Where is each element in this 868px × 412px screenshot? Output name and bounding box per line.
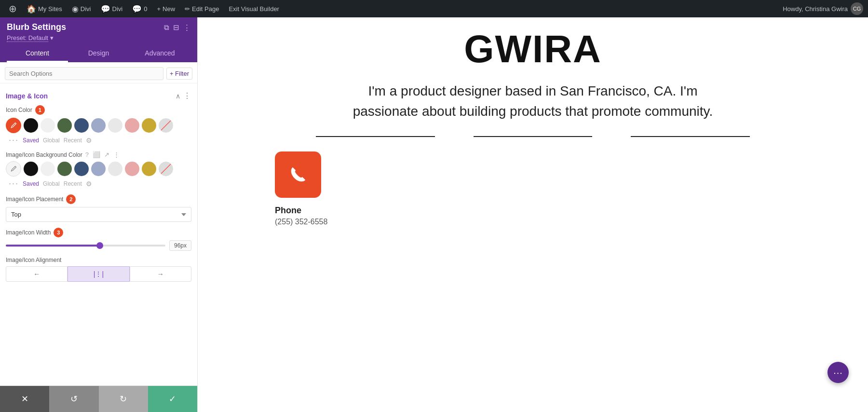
bg-color-more-icon[interactable]: ⋮ bbox=[113, 151, 120, 158]
bg-color-device-icon[interactable]: ⬜ bbox=[93, 151, 100, 158]
bg-color-settings-icon[interactable]: ⚙ bbox=[86, 180, 92, 188]
icon-color-swatches bbox=[6, 118, 191, 133]
user-avatar: CG bbox=[851, 2, 863, 15]
wp-bar-comments[interactable]: 💬 Divi bbox=[97, 2, 127, 15]
bg-color-swatch-white[interactable] bbox=[41, 162, 55, 176]
placement-select[interactable]: Top Left Right bbox=[6, 207, 191, 222]
edit-page-label: Edit Page bbox=[192, 5, 219, 13]
width-value[interactable]: 96px bbox=[169, 240, 191, 251]
tab-design[interactable]: Design bbox=[68, 45, 129, 62]
bg-color-swatch-black[interactable] bbox=[24, 162, 38, 176]
image-icon-title: Image & Icon bbox=[6, 92, 48, 100]
slider-thumb[interactable] bbox=[96, 242, 103, 249]
cancel-icon: ✕ bbox=[21, 394, 28, 404]
bg-color-swatch-lightgray[interactable] bbox=[108, 162, 122, 176]
wp-bar-new[interactable]: + New bbox=[153, 3, 179, 14]
panel-preset[interactable]: Preset: Default ▾ bbox=[7, 34, 190, 41]
wp-bar-comment2[interactable]: 💬 0 bbox=[128, 2, 151, 15]
step-badge-2: 2 bbox=[66, 194, 76, 204]
section-options-icon[interactable]: ⋮ bbox=[183, 91, 191, 100]
color-swatch-pink[interactable] bbox=[125, 118, 139, 133]
bg-color-pointer-icon[interactable]: ↗ bbox=[104, 151, 109, 158]
comment-count: Divi bbox=[112, 5, 123, 13]
bg-color-swatch-none[interactable] bbox=[159, 162, 173, 176]
wp-bar-divi[interactable]: ◉ Divi bbox=[68, 2, 95, 15]
divider-line-2 bbox=[474, 136, 593, 137]
comment2-count: 0 bbox=[144, 5, 147, 13]
color-swatch-darkgreen[interactable] bbox=[57, 118, 72, 133]
panel-more-icon[interactable]: ⋮ bbox=[183, 23, 190, 32]
bg-color-swatches bbox=[6, 161, 191, 177]
phone-icon bbox=[285, 162, 311, 188]
bg-color-swatch-navy[interactable] bbox=[74, 162, 89, 176]
edit-icon: ✏ bbox=[185, 5, 190, 13]
step-badge-1: 1 bbox=[35, 105, 45, 115]
placement-label: Image/Icon Placement bbox=[6, 196, 63, 203]
bg-more-swatches-icon[interactable]: ··· bbox=[9, 179, 19, 189]
color-swatch-white[interactable] bbox=[41, 118, 55, 133]
filter-button[interactable]: + Filter bbox=[166, 68, 192, 80]
wp-admin-bar: ⊕ 🏠 My Sites ◉ Divi 💬 Divi 💬 0 + New ✏ E… bbox=[0, 0, 868, 17]
fab-more-button[interactable]: ··· bbox=[827, 362, 849, 383]
divi-label: Divi bbox=[81, 5, 91, 13]
color-swatch-black[interactable] bbox=[24, 118, 38, 133]
width-slider[interactable] bbox=[6, 245, 165, 247]
wp-bar-exit-builder[interactable]: Exit Visual Builder bbox=[225, 3, 283, 14]
tab-advanced[interactable]: Advanced bbox=[129, 45, 190, 62]
home-icon: 🏠 bbox=[27, 4, 36, 14]
color-swatch-lavender[interactable] bbox=[91, 118, 106, 133]
section-collapse-icon[interactable]: ∧ bbox=[176, 92, 180, 100]
global-label-2: Global bbox=[43, 180, 60, 187]
wp-bar-user: Howdy, Christina Gwira CG bbox=[783, 2, 863, 15]
save-button[interactable]: ✓ bbox=[148, 386, 197, 412]
divider-line-3 bbox=[631, 136, 750, 137]
panel-columns-icon[interactable]: ⊟ bbox=[173, 23, 179, 32]
width-slider-row: 96px bbox=[6, 240, 191, 251]
svg-point-0 bbox=[11, 127, 12, 128]
wp-bar-edit-page[interactable]: ✏ Edit Page bbox=[181, 3, 223, 14]
color-picker-icon[interactable] bbox=[6, 118, 21, 133]
step-badge-3: 3 bbox=[54, 228, 63, 237]
more-swatches-icon[interactable]: ··· bbox=[9, 135, 19, 145]
panel-resize-icon[interactable]: ⧉ bbox=[164, 23, 169, 32]
panel-title: Blurb Settings bbox=[7, 22, 66, 32]
filter-label: + Filter bbox=[170, 70, 189, 77]
undo-button[interactable]: ↺ bbox=[49, 386, 98, 412]
wp-logo-icon[interactable]: ⊕ bbox=[5, 1, 21, 16]
search-options-input[interactable] bbox=[5, 67, 163, 80]
my-sites-label: My Sites bbox=[38, 5, 62, 13]
recent-label-1: Recent bbox=[64, 137, 82, 144]
new-label: New bbox=[163, 5, 175, 13]
page-preview: GWIRA I'm a product designer based in Sa… bbox=[198, 17, 868, 412]
align-center-button[interactable]: |⋮| bbox=[68, 266, 129, 282]
phone-label: Phone bbox=[275, 206, 327, 216]
color-swatch-lightgray[interactable] bbox=[108, 118, 122, 133]
bg-color-picker-icon[interactable] bbox=[6, 161, 21, 177]
redo-icon: ↻ bbox=[120, 394, 127, 404]
eyedropper2-icon bbox=[10, 165, 17, 172]
icon-color-label-row: Icon Color 1 bbox=[6, 105, 191, 115]
color-swatch-none[interactable] bbox=[159, 118, 173, 133]
bg-color-swatch-gold[interactable] bbox=[142, 162, 156, 176]
bg-color-swatch-pink[interactable] bbox=[125, 162, 139, 176]
placement-label-row: Image/Icon Placement 2 bbox=[6, 194, 191, 204]
bg-color-help-icon[interactable]: ? bbox=[85, 151, 89, 158]
align-right-button[interactable]: → bbox=[130, 266, 191, 282]
wp-bar-my-sites[interactable]: 🏠 My Sites bbox=[23, 2, 66, 15]
color-swatch-gold[interactable] bbox=[142, 118, 156, 133]
bg-color-swatch-lavender[interactable] bbox=[91, 162, 106, 176]
align-left-button[interactable]: ← bbox=[6, 266, 68, 282]
panel-header: Blurb Settings ⧉ ⊟ ⋮ Preset: Default ▾ C… bbox=[0, 17, 197, 62]
color-swatch-navy[interactable] bbox=[74, 118, 89, 133]
global-label-1: Global bbox=[43, 137, 60, 144]
preset-label: Preset: Default bbox=[7, 34, 48, 42]
redo-button[interactable]: ↻ bbox=[99, 386, 148, 412]
alignment-label-row: Image/Icon Alignment bbox=[6, 257, 191, 263]
page-main-title: GWIRA bbox=[464, 27, 602, 71]
panel-content: Image & Icon ∧ ⋮ Icon Color 1 bbox=[0, 83, 197, 385]
tab-content[interactable]: Content bbox=[7, 45, 68, 62]
bg-color-swatch-darkgreen[interactable] bbox=[57, 162, 72, 176]
cancel-button[interactable]: ✕ bbox=[0, 386, 49, 412]
icon-color-settings-icon[interactable]: ⚙ bbox=[86, 137, 92, 144]
slider-fill bbox=[6, 245, 102, 247]
